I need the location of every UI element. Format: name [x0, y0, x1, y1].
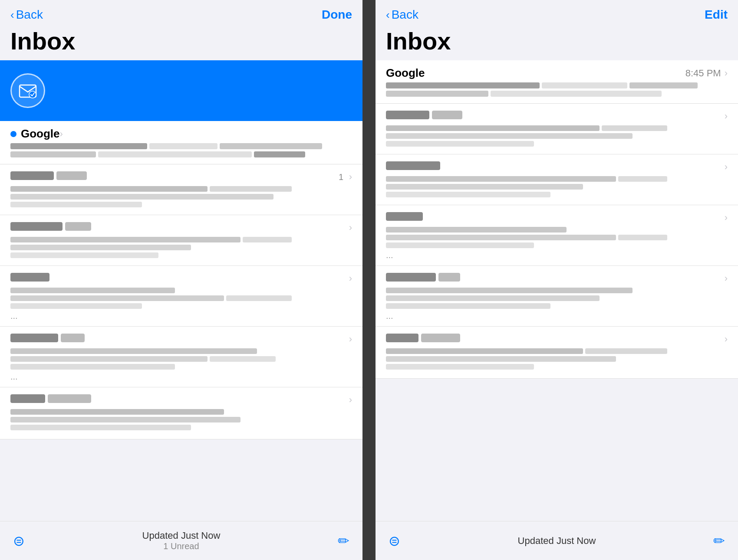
left-email-row-4[interactable]: › ... — [0, 266, 362, 327]
left-header: ‹ Back Done — [0, 0, 362, 25]
left-email-row-6[interactable]: › — [0, 387, 362, 439]
left-google-email[interactable]: Google › — [0, 121, 362, 164]
left-row5-content: ... — [10, 348, 352, 382]
left-footer-unread: 1 Unread — [142, 541, 221, 551]
left-row6-chevron: › — [349, 394, 352, 406]
left-google-chevron: › — [60, 128, 63, 140]
panel-divider — [362, 0, 376, 560]
right-row6-chevron: › — [725, 334, 728, 345]
left-back-label: Back — [16, 8, 43, 22]
right-row5-content: ... — [386, 288, 728, 321]
right-row3-sender — [386, 161, 440, 170]
left-row2-sender — [10, 171, 87, 180]
right-row5-chevron: › — [725, 273, 728, 284]
right-footer-center: Updated Just Now — [518, 535, 596, 547]
right-google-email[interactable]: Google 8:45 PM › — [376, 60, 738, 104]
left-row4-sender — [10, 273, 49, 282]
left-email-row-5[interactable]: › ... — [0, 327, 362, 387]
left-row3-content — [10, 237, 352, 258]
right-back-chevron: ‹ — [386, 8, 390, 22]
left-email-list: Google › — [0, 60, 362, 521]
right-email-row-4[interactable]: › ... — [376, 205, 738, 266]
right-row6-content — [386, 348, 728, 370]
left-footer: ⊜ Updated Just Now 1 Unread ✏ — [0, 521, 362, 560]
right-filter-icon[interactable]: ⊜ — [389, 533, 400, 549]
left-row2-badge: 1 — [339, 172, 343, 182]
right-row4-chevron: › — [725, 212, 728, 223]
right-google-sender: Google — [386, 66, 425, 80]
right-google-chevron: › — [725, 68, 728, 79]
left-done-button[interactable]: Done — [322, 8, 352, 22]
unread-dot — [10, 131, 16, 137]
right-email-row-3[interactable]: › — [376, 154, 738, 205]
left-back-chevron: ‹ — [10, 8, 14, 22]
left-row3-chevron: › — [349, 222, 352, 233]
left-google-content — [10, 143, 352, 157]
left-row6-content — [10, 409, 352, 430]
right-compose-icon[interactable]: ✏ — [713, 533, 725, 549]
right-page-title: Inbox — [376, 25, 738, 60]
right-google-time: 8:45 PM — [685, 68, 721, 79]
left-google-sender: Google — [21, 127, 60, 141]
left-row4-content: ... — [10, 288, 352, 321]
right-back-label: Back — [392, 8, 418, 22]
right-edit-button[interactable]: Edit — [705, 8, 728, 22]
left-row6-sender — [10, 394, 91, 403]
right-row2-sender — [386, 111, 462, 119]
left-row2-chevron: › — [349, 171, 352, 183]
left-footer-status: Updated Just Now — [142, 530, 221, 541]
left-selected-item[interactable] — [0, 60, 362, 121]
left-email-row-2[interactable]: › 1 — [0, 164, 362, 215]
right-email-row-2[interactable]: › — [376, 104, 738, 154]
right-google-content — [386, 82, 728, 97]
right-panel: ‹ Back Edit Inbox Google 8:45 PM › — [376, 0, 738, 560]
left-filter-icon[interactable]: ⊜ — [13, 533, 25, 549]
right-row6-sender — [386, 334, 460, 342]
right-row5-sender — [386, 273, 460, 282]
right-row2-content — [386, 125, 728, 147]
left-row3-sender — [10, 222, 91, 231]
checkmark-circle — [10, 73, 45, 108]
right-email-row-6[interactable]: › — [376, 327, 738, 379]
left-panel: ‹ Back Done Inbox Go — [0, 0, 362, 560]
right-email-row-5[interactable]: › ... — [376, 266, 738, 327]
left-footer-center: Updated Just Now 1 Unread — [142, 530, 221, 551]
right-row4-content: ... — [386, 227, 728, 260]
right-row2-chevron: › — [725, 111, 728, 122]
left-back-button[interactable]: ‹ Back — [10, 8, 43, 22]
left-page-title: Inbox — [0, 25, 362, 60]
right-header: ‹ Back Edit — [376, 0, 738, 25]
right-row3-chevron: › — [725, 161, 728, 173]
right-back-button[interactable]: ‹ Back — [386, 8, 418, 22]
left-row2-content — [10, 186, 352, 207]
left-row4-chevron: › — [349, 273, 352, 284]
right-footer: ⊜ Updated Just Now ✏ — [376, 521, 738, 560]
right-email-list: Google 8:45 PM › — [376, 60, 738, 521]
right-row3-content — [386, 176, 728, 197]
right-footer-status: Updated Just Now — [518, 535, 596, 547]
left-row5-chevron: › — [349, 334, 352, 345]
left-row5-sender — [10, 334, 85, 342]
left-email-row-3[interactable]: › — [0, 215, 362, 266]
left-compose-icon[interactable]: ✏ — [338, 533, 349, 549]
right-row4-sender — [386, 212, 423, 221]
